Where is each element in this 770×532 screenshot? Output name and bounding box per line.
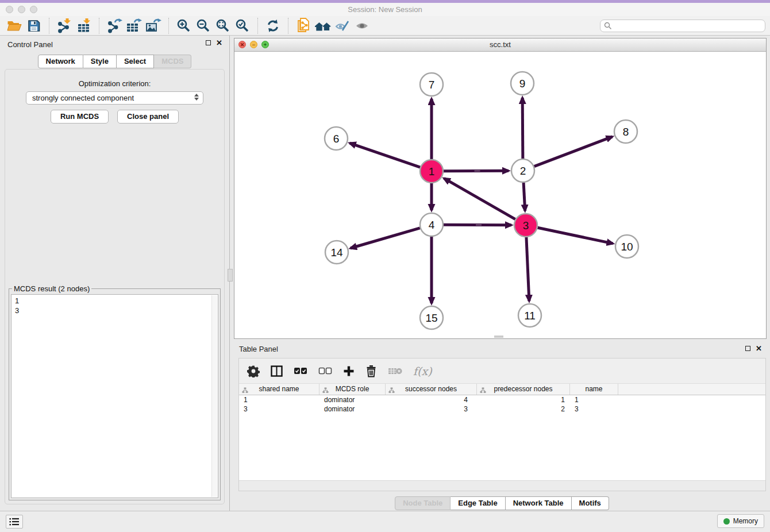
zoom-in-icon[interactable] (174, 17, 194, 34)
toolbar-separator (49, 18, 49, 34)
float-panel-icon[interactable] (206, 40, 211, 45)
toolbar-separator (257, 18, 258, 34)
open-file-icon[interactable] (5, 17, 24, 34)
main-titlebar: Session: New Session (0, 3, 770, 16)
tab-mcds[interactable]: MCDS (154, 55, 191, 68)
canvas-scroll-nub[interactable] (494, 336, 503, 338)
hide-selected-icon[interactable] (333, 17, 352, 34)
refresh-network-icon[interactable] (263, 17, 283, 34)
zoom-selected-icon[interactable] (233, 17, 252, 34)
node-label-14: 14 (330, 246, 343, 259)
window-title: Session: New Session (0, 5, 770, 14)
status-bar: Memory (0, 511, 770, 532)
table-row[interactable]: 3 dominator 3 2 3 (239, 404, 765, 414)
network-file-icon[interactable] (294, 17, 313, 34)
close-panel-button[interactable]: Close panel (117, 110, 179, 124)
cell-mcds-role[interactable]: dominator (319, 404, 386, 414)
tab-style[interactable]: Style (83, 55, 117, 68)
edge-1-6 (350, 143, 420, 167)
delete-column-icon[interactable] (365, 365, 377, 377)
cell-mcds-role[interactable]: dominator (319, 395, 386, 404)
column-type-icon (242, 386, 248, 396)
mcds-result-text[interactable]: 1 3 (11, 294, 218, 498)
table-tabs: Node Table Edge Table Network Table Moti… (234, 496, 770, 510)
toolbar-separator (168, 18, 169, 34)
close-table-panel-icon[interactable]: ✕ (756, 345, 762, 352)
search-input[interactable] (600, 20, 765, 32)
tab-motifs[interactable]: Motifs (572, 496, 609, 510)
cell-name[interactable]: 3 (570, 404, 618, 414)
memory-button[interactable]: Memory (717, 514, 764, 528)
table-rows-area[interactable]: 1 dominator 4 1 1 3 dominator 3 2 3 (239, 395, 765, 480)
save-session-icon[interactable] (24, 17, 44, 34)
close-panel-icon[interactable]: ✕ (216, 40, 222, 46)
result-scrollbar[interactable] (211, 295, 217, 497)
main-toolbar (0, 16, 770, 36)
float-table-panel-icon[interactable] (745, 346, 750, 351)
home-neighbors-icon[interactable] (313, 17, 333, 34)
import-table-icon[interactable] (74, 17, 94, 34)
cell-shared-name[interactable]: 1 (239, 395, 319, 404)
function-builder-icon[interactable]: f(x) (413, 365, 432, 377)
import-network-icon[interactable] (55, 17, 74, 34)
show-eye-icon[interactable] (352, 17, 372, 34)
export-table-icon[interactable] (124, 17, 144, 34)
node-label-15: 15 (425, 312, 437, 324)
edge-2-8 (534, 137, 613, 167)
select-all-columns-icon[interactable] (294, 367, 307, 375)
node-label-7: 7 (429, 79, 435, 91)
edge-4-14 (351, 228, 420, 248)
cell-successor-nodes[interactable]: 4 (386, 395, 477, 404)
deselect-all-columns-icon[interactable] (318, 367, 332, 375)
mcds-result-title: MCDS result (2 nodes) (12, 284, 91, 293)
table-panel-title: Table Panel (239, 345, 278, 353)
criterion-value: strongly connected component (32, 94, 134, 102)
cell-predecessor-nodes[interactable]: 1 (477, 395, 570, 404)
cell-predecessor-nodes[interactable]: 2 (477, 404, 570, 414)
tab-select[interactable]: Select (117, 55, 154, 68)
network-canvas[interactable]: 7968124314101511 (234, 51, 766, 338)
memory-status-icon (723, 518, 730, 525)
delete-table-icon[interactable] (388, 367, 402, 376)
node-label-6: 6 (333, 133, 340, 145)
cell-name[interactable]: 1 (570, 395, 618, 404)
network-window-titlebar[interactable]: ✕ − + scc.txt (234, 38, 766, 52)
application-window: Session: New Session (0, 0, 770, 532)
tab-network-table[interactable]: Network Table (506, 496, 572, 510)
add-column-icon[interactable] (343, 365, 355, 377)
node-label-2: 2 (520, 165, 526, 177)
toolbar-separator (288, 18, 288, 34)
export-image-icon[interactable] (144, 17, 163, 34)
export-network-icon[interactable] (105, 17, 124, 34)
criterion-dropdown[interactable]: strongly connected component (26, 91, 203, 105)
tab-network[interactable]: Network (38, 55, 83, 68)
run-mcds-button[interactable]: Run MCDS (51, 110, 109, 124)
panel-divider-handle[interactable] (228, 269, 233, 282)
mcds-result-fieldset: MCDS result (2 nodes) 1 3 (9, 284, 221, 500)
dropdown-stepper-icon (194, 94, 199, 101)
column-header-mcds-role[interactable]: MCDS role (319, 384, 386, 395)
task-history-button[interactable] (6, 515, 23, 529)
zoom-fit-icon[interactable] (213, 17, 233, 34)
column-header-predecessor-nodes[interactable]: predecessor nodes (477, 384, 570, 395)
search-field[interactable] (600, 20, 765, 32)
gear-icon[interactable] (247, 365, 260, 377)
mcds-panel: Optimization criterion: strongly connect… (5, 69, 225, 504)
zoom-out-icon[interactable] (194, 17, 213, 34)
edge-2-3 (523, 183, 525, 211)
tab-edge-table[interactable]: Edge Table (451, 496, 505, 510)
column-header-successor-nodes[interactable]: successor nodes (386, 384, 477, 395)
column-header-shared-name[interactable]: shared name (239, 384, 319, 395)
tab-node-table[interactable]: Node Table (395, 496, 451, 510)
cell-successor-nodes[interactable]: 3 (386, 404, 477, 414)
table-header-row: shared name MCDS role successor nodes pr… (239, 383, 765, 395)
list-icon (9, 518, 20, 526)
table-row[interactable]: 1 dominator 4 1 1 (239, 395, 765, 404)
column-header-name[interactable]: name (570, 384, 618, 395)
cell-shared-name[interactable]: 3 (239, 404, 319, 414)
memory-label: Memory (733, 517, 758, 525)
network-view-window: ✕ − + scc.txt 7968124314101511 (234, 38, 767, 339)
control-panel-tabs: Network Style Select MCDS (0, 55, 229, 68)
node-label-10: 10 (621, 241, 633, 253)
toggle-panes-icon[interactable] (271, 365, 283, 377)
